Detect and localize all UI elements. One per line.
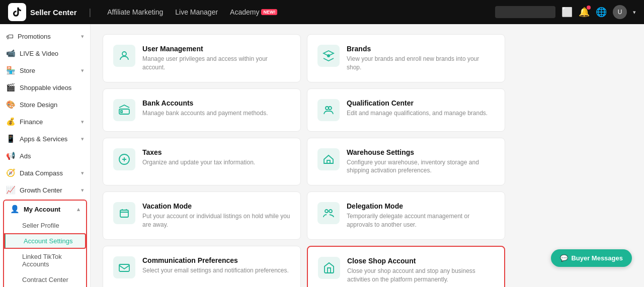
promotions-icon: 🏷 [6, 32, 14, 41]
close-shop-content: Close Shop Account Close your shop accou… [347, 257, 494, 284]
qualification-center-card[interactable]: Qualification Center Edit and manage qua… [307, 88, 505, 132]
sidebar-item-account-settings[interactable]: Account Settings [4, 233, 86, 249]
user-management-card[interactable]: User Management Manage user privileges a… [103, 34, 301, 82]
affiliate-marketing-nav[interactable]: Affiliate Marketing [107, 8, 163, 16]
vacation-icon [113, 202, 135, 224]
close-shop-account-card[interactable]: Close Shop Account Close your shop accou… [307, 246, 505, 287]
shoppable-videos-icon: 🎬 [6, 83, 16, 92]
sidebar-item-apps-services[interactable]: 📱 Apps & Services ▾ [0, 130, 90, 147]
brands-card[interactable]: Brands View your brands and enroll new b… [307, 34, 505, 82]
store-icon: 🏪 [6, 66, 16, 75]
tablet-icon[interactable]: ⬜ [561, 7, 573, 18]
globe-icon[interactable]: 🌐 [596, 7, 607, 18]
main-layout: 🏷 Promotions ▾ 📹 LIVE & Video 🏪 Store ▾ … [0, 24, 644, 287]
svg-point-10 [329, 210, 332, 213]
bank-accounts-title: Bank Accounts [142, 99, 268, 107]
svg-rect-11 [119, 264, 129, 271]
svg-point-5 [329, 107, 332, 110]
brands-title: Brands [347, 45, 495, 53]
avatar-dropdown-icon[interactable]: ▾ [633, 9, 636, 16]
close-shop-icon [318, 257, 340, 279]
growth-center-icon: 📈 [6, 185, 16, 195]
chevron-icon: ▾ [81, 170, 84, 176]
ads-icon: 📢 [6, 151, 16, 160]
logo[interactable]: Seller Center [8, 3, 77, 21]
communication-title: Communication Preferences [142, 256, 289, 264]
message-icon: 💬 [560, 254, 568, 262]
user-management-content: User Management Manage user privileges a… [142, 45, 290, 72]
sidebar: 🏷 Promotions ▾ 📹 LIVE & Video 🏪 Store ▾ … [0, 24, 91, 287]
chevron-icon: ▾ [81, 119, 84, 125]
academy-nav[interactable]: Academy NEW! [230, 8, 277, 16]
sidebar-item-ads[interactable]: 📢 Ads [0, 147, 90, 164]
user-management-icon [113, 45, 135, 67]
svg-rect-3 [121, 111, 122, 113]
settings-grid: User Management Manage user privileges a… [103, 34, 505, 287]
qualification-content: Qualification Center Edit and manage qua… [347, 99, 488, 118]
vacation-title: Vacation Mode [142, 202, 290, 210]
warehouse-desc: Configure your warehouse, inventory stor… [347, 158, 495, 175]
buyer-messages-button[interactable]: 💬 Buyer Messages [551, 249, 632, 267]
chevron-icon: ▾ [81, 136, 84, 142]
close-shop-desc: Close your shop account and stop any bus… [347, 267, 494, 284]
chevron-icon: ▾ [81, 33, 84, 40]
taxes-card[interactable]: Taxes Organize and update your tax infor… [103, 138, 301, 186]
delegation-mode-card[interactable]: Delegation Mode Temporarily delegate acc… [307, 192, 505, 240]
apps-services-icon: 📱 [6, 134, 16, 143]
delegation-content: Delegation Mode Temporarily delegate acc… [347, 202, 495, 229]
warehouse-settings-card[interactable]: Warehouse Settings Configure your wareho… [307, 138, 505, 186]
user-management-desc: Manage user privileges and access within… [142, 55, 290, 72]
chevron-icon: ▾ [81, 187, 84, 194]
sidebar-item-my-account[interactable]: 👤 My Account ▴ [4, 201, 86, 218]
chevron-icon: ▾ [81, 67, 84, 74]
sidebar-item-linked-tiktok-accounts[interactable]: Linked TikTok Accounts [4, 249, 86, 272]
qualification-icon [317, 99, 340, 121]
seller-center-label: Seller Center [30, 8, 77, 17]
delegation-icon [317, 202, 340, 224]
avatar[interactable]: U [613, 5, 627, 19]
bell-icon[interactable]: 🔔 [579, 7, 590, 18]
content-area: User Management Manage user privileges a… [91, 24, 644, 287]
brands-content: Brands View your brands and enroll new b… [347, 45, 495, 72]
live-manager-nav[interactable]: Live Manager [175, 8, 218, 16]
my-account-icon: 👤 [10, 205, 20, 214]
taxes-icon [113, 148, 135, 170]
sidebar-item-promotions[interactable]: 🏷 Promotions ▾ [0, 28, 90, 45]
qualification-title: Qualification Center [347, 99, 488, 107]
sidebar-item-contract-center[interactable]: Contract Center [4, 272, 86, 287]
sidebar-item-seller-profile[interactable]: Seller Profile [4, 218, 86, 233]
svg-rect-8 [120, 210, 128, 217]
communication-preferences-card[interactable]: Communication Preferences Select your em… [103, 246, 301, 287]
vacation-mode-card[interactable]: Vacation Mode Put your account or indivi… [103, 192, 301, 240]
sidebar-item-shoppable-videos[interactable]: 🎬 Shoppable videos [0, 79, 90, 96]
search-input[interactable] [495, 6, 555, 18]
warehouse-icon [317, 148, 340, 170]
warehouse-content: Warehouse Settings Configure your wareho… [347, 148, 495, 175]
sidebar-item-store[interactable]: 🏪 Store ▾ [0, 62, 90, 79]
chevron-up-icon: ▴ [77, 206, 80, 213]
new-badge: NEW! [261, 9, 277, 15]
sidebar-item-store-design[interactable]: 🎨 Store Design [0, 96, 90, 113]
sidebar-item-finance[interactable]: 💰 Finance ▾ [0, 113, 90, 130]
finance-icon: 💰 [6, 117, 16, 126]
sidebar-item-growth-center[interactable]: 📈 Growth Center ▾ [0, 181, 90, 199]
taxes-desc: Organize and update your tax information… [142, 158, 255, 167]
top-nav-items: Affiliate Marketing Live Manager Academy… [107, 8, 277, 16]
topnav-right: ⬜ 🔔 🌐 U ▾ [495, 5, 636, 19]
sidebar-item-data-compass[interactable]: 🧭 Data Compass ▾ [0, 164, 90, 181]
my-account-section: 👤 My Account ▴ Seller Profile Account Se… [3, 200, 87, 287]
sidebar-item-live-video[interactable]: 📹 LIVE & Video [0, 45, 90, 62]
bank-accounts-card[interactable]: Bank Accounts Manage bank accounts and p… [103, 88, 301, 132]
top-navigation: Seller Center | Affiliate Marketing Live… [0, 0, 644, 24]
brands-desc: View your brands and enroll new brands i… [347, 55, 495, 72]
bank-accounts-content: Bank Accounts Manage bank accounts and p… [142, 99, 268, 118]
store-design-icon: 🎨 [6, 100, 16, 109]
warehouse-title: Warehouse Settings [347, 148, 495, 156]
data-compass-icon: 🧭 [6, 168, 16, 177]
user-management-title: User Management [142, 45, 290, 53]
qualification-desc: Edit and manage qualifications, and mana… [347, 109, 488, 118]
svg-point-1 [327, 54, 330, 57]
bank-accounts-desc: Manage bank accounts and payment methods… [142, 109, 268, 118]
vacation-desc: Put your account or individual listings … [142, 212, 290, 229]
vacation-content: Vacation Mode Put your account or indivi… [142, 202, 290, 229]
